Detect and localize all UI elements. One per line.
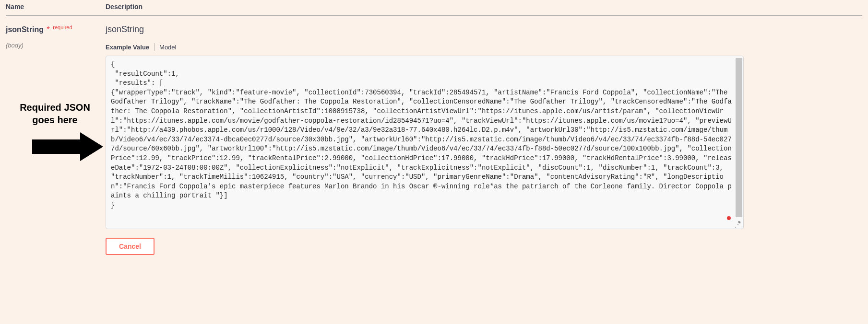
parameter-table: Name Description jsonString * required (… bbox=[6, 0, 862, 255]
cancel-button[interactable]: Cancel bbox=[106, 238, 155, 255]
parameter-name-column: jsonString * required (body) Required JS… bbox=[6, 24, 106, 255]
parameter-description-column: jsonString Example Value Model ▾ ⋰ Cance… bbox=[106, 24, 744, 255]
tab-example-value[interactable]: Example Value bbox=[106, 44, 154, 51]
parameter-description-title: jsonString bbox=[106, 24, 744, 35]
parameter-in: (body) bbox=[6, 42, 106, 49]
header-description: Description bbox=[106, 3, 862, 11]
error-indicator-dot bbox=[727, 216, 731, 220]
annotation-line2: goes here bbox=[32, 115, 77, 125]
required-star: * bbox=[47, 25, 50, 34]
parameter-header-row: Name Description bbox=[6, 0, 862, 16]
tab-divider bbox=[154, 43, 155, 51]
tab-model[interactable]: Model bbox=[159, 44, 181, 51]
scrollbar-track[interactable] bbox=[736, 58, 742, 217]
arrow-icon bbox=[23, 130, 104, 163]
svg-marker-0 bbox=[32, 132, 103, 161]
parameter-name: jsonString bbox=[6, 25, 44, 34]
required-label: required bbox=[53, 24, 72, 30]
json-body-input[interactable] bbox=[111, 60, 743, 223]
header-name: Name bbox=[6, 3, 106, 11]
body-tabs: Example Value Model bbox=[106, 43, 744, 51]
parameter-row: jsonString * required (body) Required JS… bbox=[6, 16, 862, 255]
scrollbar-thumb[interactable] bbox=[736, 58, 742, 217]
scroll-down-icon[interactable]: ▾ bbox=[736, 219, 742, 226]
body-textarea-container: ▾ ⋰ bbox=[106, 56, 744, 229]
annotation-line1: Required JSON bbox=[20, 102, 90, 113]
annotation-callout: Required JSON goes here bbox=[6, 101, 104, 163]
